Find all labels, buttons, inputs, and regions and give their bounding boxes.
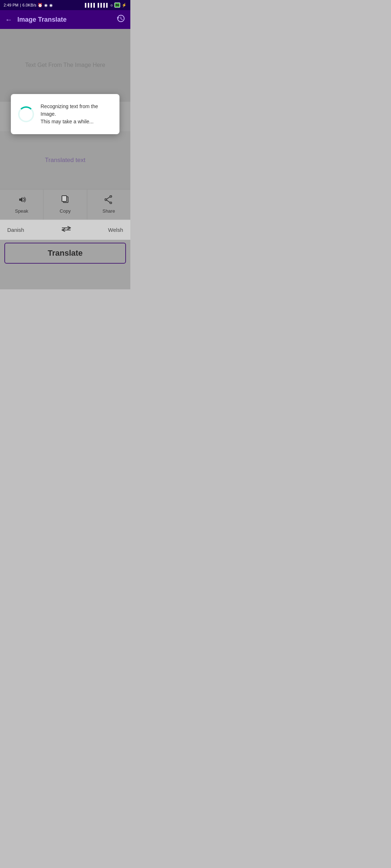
app-icon-2: ◉	[49, 3, 53, 8]
history-button[interactable]	[117, 14, 125, 25]
page-title: Image Translate	[17, 16, 117, 24]
status-right: ▌▌▌▌ ▌▌▌▌ ⌾ 86 ⚡	[85, 3, 127, 8]
app-icon-1: ◉	[44, 3, 48, 8]
speed-value: 6.0KB/s	[22, 3, 37, 7]
loading-spinner	[18, 106, 34, 122]
main-content: Text Get From The Image Here Select Imag…	[0, 29, 130, 289]
loading-message: Recognizing text from the Image. This ma…	[41, 103, 112, 125]
charging-icon: ⚡	[122, 3, 127, 8]
status-bar: 2:49 PM | 6.0KB/s ⏰ ◉ ◉ ▌▌▌▌ ▌▌▌▌ ⌾ 86 ⚡	[0, 0, 130, 10]
loading-overlay: Recognizing text from the Image. This ma…	[0, 29, 130, 289]
back-button[interactable]: ←	[5, 16, 12, 24]
speed-label: |	[20, 3, 21, 7]
signal-icon: ▌▌▌▌	[85, 3, 96, 7]
loading-dialog: Recognizing text from the Image. This ma…	[11, 94, 119, 134]
signal-icon-2: ▌▌▌▌	[98, 3, 109, 7]
wifi-icon: ⌾	[110, 3, 113, 7]
app-bar: ← Image Translate	[0, 10, 130, 29]
time-label: 2:49 PM	[4, 3, 18, 7]
battery-indicator: 86	[114, 3, 120, 8]
alarm-icon: ⏰	[38, 3, 43, 8]
status-left: 2:49 PM | 6.0KB/s ⏰ ◉ ◉	[4, 3, 53, 8]
